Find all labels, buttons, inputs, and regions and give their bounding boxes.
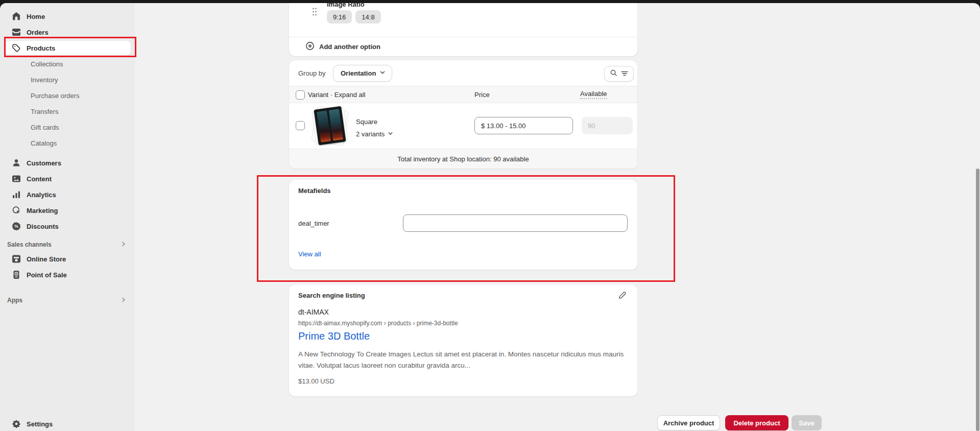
seo-breadcrumb-url: https://dt-aimax.myshopify.com › product… (298, 320, 458, 327)
sales-channels-header[interactable]: Sales channels (4, 241, 131, 249)
variant-thumbnail[interactable] (310, 105, 349, 147)
add-another-option-button[interactable]: Add another option (305, 37, 380, 56)
group-by-dropdown[interactable]: Orientation (333, 65, 392, 82)
view-all-link[interactable]: View all (298, 250, 321, 258)
variants-table-header: Variant · Expand all Price Available (289, 86, 637, 103)
sidebar-item-transfers[interactable]: Transfers (4, 104, 131, 118)
variant-price-input[interactable] (474, 117, 573, 134)
variant-row: Square 2 variants (289, 103, 637, 149)
sidebar-item-products[interactable]: Products (4, 41, 131, 55)
customers-icon (11, 158, 21, 168)
drag-handle-icon[interactable] (312, 7, 318, 19)
option-value-chip[interactable]: 14:8 (355, 10, 380, 23)
archive-product-button[interactable]: Archive product (657, 415, 720, 430)
sidebar-item-analytics[interactable]: Analytics (4, 187, 131, 202)
vertical-scrollbar-thumb[interactable] (976, 169, 979, 431)
sidebar-item-gift-cards[interactable]: Gift cards (4, 120, 131, 134)
option-values: 9:16 14:8 (327, 10, 381, 23)
sidebar-item-label: Settings (27, 420, 53, 428)
sidebar-item-label: Discounts (27, 223, 59, 230)
metafields-card: Metafields deal_timer View all (289, 180, 637, 270)
sidebar-item-label: Marketing (27, 207, 58, 214)
sidebar-item-orders[interactable]: Orders (4, 25, 131, 39)
gear-icon (11, 419, 21, 429)
edit-seo-button[interactable] (616, 290, 628, 302)
seo-description: A New Technology To Create Images Lectus… (298, 349, 629, 371)
chevron-right-icon (121, 241, 127, 249)
svg-text:%: % (14, 224, 18, 229)
variant-name: Square (356, 117, 393, 126)
sidebar-item-label: Online Store (27, 255, 66, 263)
variants-card: Group by Orientation (289, 60, 637, 169)
sidebar-item-label: Home (27, 13, 45, 20)
column-header-available: Available (580, 90, 607, 99)
orders-icon (11, 27, 21, 37)
products-tag-icon (11, 43, 21, 53)
group-by-row: Group by Orientation (289, 60, 637, 86)
analytics-bars-icon (11, 189, 21, 200)
seo-card-title: Search engine listing (298, 292, 365, 299)
content-image-icon (11, 174, 21, 184)
sidebar-item-label: Customers (27, 159, 61, 167)
discounts-badge-icon: % (11, 221, 21, 231)
app-frame: Home Orders Products Collections Invento… (0, 3, 980, 431)
variant-checkbox[interactable] (296, 121, 305, 130)
select-all-checkbox[interactable] (296, 90, 305, 100)
point-of-sale-icon (11, 270, 21, 280)
home-icon (11, 11, 21, 21)
search-icon (610, 69, 617, 79)
sidebar-item-catalogs[interactable]: Catalogs (4, 136, 131, 150)
total-inventory-footer: Total inventory at Shop location: 90 ava… (289, 149, 637, 169)
sidebar-item-online-store[interactable]: Online Store (4, 252, 131, 266)
seo-site-name: dt-AIMAX (298, 308, 329, 316)
top-bar (0, 0, 980, 3)
save-button[interactable]: Save (792, 415, 822, 430)
search-engine-listing-card: Search engine listing dt-AIMAX https://d… (289, 284, 637, 396)
chevron-down-icon (379, 69, 386, 77)
sidebar-item-collections[interactable]: Collections (4, 57, 131, 71)
metafield-name-label: deal_timer (298, 220, 329, 227)
seo-price: $13.00 USD (298, 377, 334, 385)
chevron-down-icon (388, 130, 393, 138)
variant-name-block: Square 2 variants (356, 117, 393, 138)
sidebar-item-marketing[interactable]: Marketing (4, 203, 131, 218)
pencil-icon (618, 291, 627, 301)
option-name-label: Image Ratio (327, 3, 365, 8)
variant-available-input[interactable] (582, 117, 633, 134)
apps-header[interactable]: Apps (4, 296, 131, 304)
sidebar-item-purchase-orders[interactable]: Purchase orders (4, 88, 131, 103)
filter-icon (621, 69, 628, 79)
metafields-title: Metafields (298, 187, 331, 195)
sidebar-item-home[interactable]: Home (4, 9, 131, 23)
sidebar-item-label: Orders (27, 29, 49, 36)
sidebar-item-content[interactable]: Content (4, 172, 131, 186)
plus-circle-icon (305, 41, 315, 52)
group-by-label: Group by (298, 60, 325, 86)
chevron-right-icon (121, 297, 127, 304)
sidebar-item-settings[interactable]: Settings (4, 417, 131, 431)
metafield-value-input[interactable] (403, 214, 628, 232)
column-header-variant[interactable]: Variant · Expand all (308, 91, 366, 99)
search-filter-button[interactable] (604, 66, 634, 82)
sidebar-item-label: Products (27, 44, 55, 52)
expand-variants-toggle[interactable]: 2 variants (356, 130, 393, 138)
sidebar-item-inventory[interactable]: Inventory (4, 73, 131, 87)
product-image (314, 106, 346, 146)
sidebar-item-label: Analytics (27, 191, 56, 199)
online-store-icon (11, 254, 21, 264)
sidebar-item-discounts[interactable]: % Discounts (4, 219, 131, 233)
sidebar-item-point-of-sale[interactable]: Point of Sale (4, 268, 131, 282)
sidebar-item-label: Content (27, 175, 52, 183)
shopify-admin-screen: Home Orders Products Collections Invento… (0, 0, 980, 431)
sidebar-item-label: Point of Sale (27, 271, 67, 279)
delete-product-button[interactable]: Delete product (725, 415, 788, 430)
sidebar-spacer (0, 152, 135, 156)
marketing-target-icon (11, 205, 21, 216)
sidebar-item-customers[interactable]: Customers (4, 156, 131, 170)
variant-options-card: Image Ratio 9:16 14:8 Add another option (289, 3, 637, 56)
sidebar-nav: Home Orders Products Collections Invento… (0, 3, 135, 431)
column-header-price: Price (474, 91, 490, 99)
seo-result-title[interactable]: Prime 3D Bottle (298, 330, 370, 342)
option-value-chip[interactable]: 9:16 (327, 10, 352, 23)
